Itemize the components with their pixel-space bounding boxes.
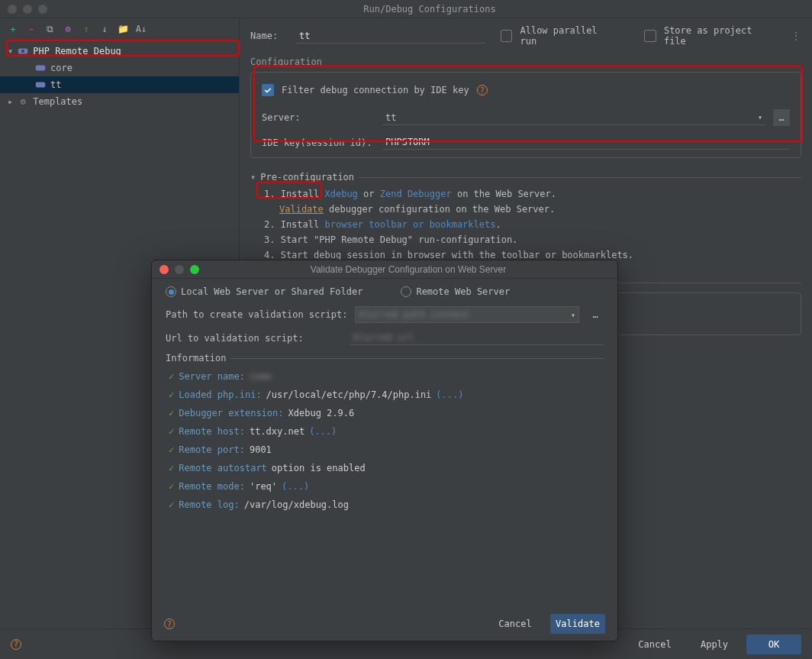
chevron-down-icon: ▾ <box>571 311 575 319</box>
main-cancel-button[interactable]: Cancel <box>627 635 682 654</box>
step1-prefix: 1. Install <box>264 189 324 199</box>
server-browse-button[interactable]: … <box>773 109 790 126</box>
server-label: Server: <box>262 112 375 123</box>
path-input[interactable]: blurred path content▾ <box>355 306 579 323</box>
check-icon: ✓ <box>169 371 174 382</box>
php-icon <box>18 46 28 57</box>
radio-icon <box>166 286 176 297</box>
radio-icon <box>401 286 411 297</box>
modal-min-icon[interactable] <box>175 265 184 274</box>
allow-parallel-checkbox[interactable] <box>501 30 513 42</box>
path-browse-button[interactable]: … <box>587 306 604 323</box>
svg-rect-1 <box>21 50 24 53</box>
ide-key-label: IDE key(session id): <box>262 137 375 148</box>
toolbar-link[interactable]: browser toolbar or bookmarklets <box>324 219 495 230</box>
configuration-header: Configuration <box>250 57 801 67</box>
gear-save-icon[interactable]: ⚙ <box>63 24 73 34</box>
step4-text: 4. Start debug session in browser with t… <box>264 250 801 260</box>
modal-title: Validate Debugger Configuration on Web S… <box>199 264 617 275</box>
gear-icon: ⚙ <box>18 96 28 107</box>
config-item-label: tt <box>50 79 61 90</box>
remove-icon[interactable]: － <box>26 24 37 34</box>
info-remote-mode: ✓Remote mode:'req'(...) <box>169 481 604 492</box>
step3-text: 3. Start "PHP Remote Debug" run-configur… <box>264 234 801 245</box>
traffic-min-icon[interactable] <box>23 5 32 14</box>
allow-parallel-label: Allow parallel run <box>520 25 618 47</box>
check-icon: ✓ <box>169 444 174 455</box>
info-remote-port: ✓Remote port:9001 <box>169 444 604 455</box>
modal-validate-button[interactable]: Validate <box>550 614 605 634</box>
check-icon: ✓ <box>169 426 174 437</box>
modal-cancel-button[interactable]: Cancel <box>488 614 543 634</box>
category-php-remote-debug[interactable]: ▾ PHP Remote Debug <box>0 43 239 60</box>
check-icon: ✓ <box>169 389 174 400</box>
modal-max-icon[interactable] <box>190 265 199 274</box>
modal-help-icon[interactable]: ? <box>164 619 175 629</box>
category-label: PHP Remote Debug <box>33 46 121 57</box>
svg-rect-3 <box>36 82 45 88</box>
url-label: Url to validation script: <box>166 333 343 344</box>
info-phpini: ✓Loaded php.ini:/usr/local/etc/php/7.4/p… <box>169 389 604 400</box>
ide-key-input[interactable] <box>382 135 790 150</box>
name-input[interactable] <box>296 29 485 44</box>
config-item-label: core <box>50 63 72 73</box>
templates-label: Templates <box>33 96 82 107</box>
chevron-down-icon[interactable]: ▾ <box>250 172 256 183</box>
chevron-down-icon[interactable]: ▾ <box>8 46 13 57</box>
validate-link[interactable]: Validate <box>279 204 324 215</box>
kebab-menu-icon[interactable]: ⋮ <box>791 31 801 41</box>
check-icon: ✓ <box>169 463 174 473</box>
filter-ide-key-checkbox[interactable] <box>262 84 274 96</box>
url-input[interactable]: blurred url <box>350 331 604 345</box>
chevron-right-icon[interactable]: ▸ <box>8 96 13 107</box>
window-title: Run/Debug Configurations <box>47 4 812 15</box>
radio-remote-option[interactable]: Remote Web Server <box>401 286 510 297</box>
php-icon <box>35 79 46 90</box>
radio-local-option[interactable]: Local Web Server or Shared Folder <box>166 286 362 297</box>
server-dropdown[interactable]: tt ▾ <box>382 111 765 125</box>
main-apply-button[interactable]: Apply <box>687 635 742 654</box>
traffic-max-icon[interactable] <box>38 5 47 14</box>
category-templates[interactable]: ▸ ⚙ Templates <box>0 93 239 110</box>
svg-rect-2 <box>36 66 45 71</box>
sort-icon[interactable]: A↓ <box>136 24 147 34</box>
info-server-name: ✓Server name:name <box>169 371 604 382</box>
server-value: tt <box>385 112 396 123</box>
help-icon[interactable]: ? <box>477 85 488 95</box>
info-remote-log: ✓Remote log:/var/log/xdebug.log <box>169 499 604 510</box>
chevron-down-icon: ▾ <box>758 113 762 121</box>
arrow-down-icon[interactable]: ↓ <box>99 24 110 34</box>
traffic-close-icon[interactable] <box>8 5 17 14</box>
config-item-tt[interactable]: tt <box>0 76 239 93</box>
filter-ide-key-label: Filter debug connection by IDE key <box>282 85 469 95</box>
main-ok-button[interactable]: OK <box>746 635 801 654</box>
path-label: Path to create validation script: <box>166 309 347 320</box>
modal-close-icon[interactable] <box>160 265 169 274</box>
store-project-label: Store as project file <box>664 25 778 47</box>
config-item-core[interactable]: core <box>0 60 239 76</box>
arrow-up-icon[interactable]: ↑ <box>81 24 92 34</box>
info-ext: ✓Debugger extension:Xdebug 2.9.6 <box>169 408 604 418</box>
check-icon: ✓ <box>169 481 174 492</box>
preconfig-header: Pre-configuration <box>260 172 354 183</box>
check-icon: ✓ <box>169 408 174 418</box>
xdebug-link[interactable]: Xdebug <box>324 189 357 199</box>
info-remote-autostart: ✓Remote autostartoption is enabled <box>169 463 604 473</box>
info-remote-host: ✓Remote host:tt.dxy.net(...) <box>169 426 604 437</box>
main-help-icon[interactable]: ? <box>11 639 21 650</box>
php-icon <box>35 63 46 73</box>
name-label: Name: <box>250 31 288 41</box>
info-header: Information <box>166 353 226 363</box>
check-icon: ✓ <box>169 499 174 510</box>
copy-icon[interactable]: ⧉ <box>44 24 55 34</box>
add-icon[interactable]: ＋ <box>8 24 18 34</box>
store-project-checkbox[interactable] <box>644 30 656 42</box>
folder-icon[interactable]: 📁 <box>118 24 128 34</box>
zend-link[interactable]: Zend Debugger <box>380 189 452 199</box>
